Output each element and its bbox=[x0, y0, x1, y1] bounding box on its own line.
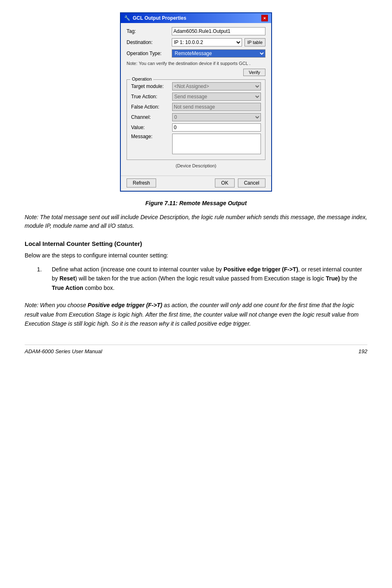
section-heading: Local Internal Counter Setting (Counter) bbox=[25, 240, 367, 247]
note-section: Note: You can verify the destination dev… bbox=[127, 60, 265, 66]
note-italic-paragraph: Note: When you choose Positive edge trig… bbox=[25, 301, 367, 328]
target-module-select[interactable]: <Not Assigned> bbox=[172, 82, 261, 90]
tag-row: Tag: bbox=[127, 27, 265, 35]
true-action-select[interactable]: Send message bbox=[172, 93, 261, 101]
dialog-icon: 🔧 bbox=[124, 15, 130, 21]
value-input[interactable] bbox=[172, 123, 261, 132]
list-item: 1. Define what action (increase one coun… bbox=[37, 265, 367, 292]
page-footer: ADAM-6000 Series User Manual 192 bbox=[25, 345, 367, 354]
ip-table-button[interactable]: IP table bbox=[244, 38, 265, 46]
false-action-label: False Action: bbox=[131, 104, 172, 110]
operation-type-select[interactable]: RemoteMessage bbox=[172, 49, 265, 58]
operation-type-row: Operation Type: RemoteMessage bbox=[127, 49, 265, 58]
bold-pet: Positive edge trigger (F->T) bbox=[88, 302, 162, 308]
note-label: Note: bbox=[127, 61, 137, 66]
gcl-output-dialog: 🔧 GCL Output Properties × Tag: Destinati… bbox=[120, 12, 272, 192]
value-row: Value: bbox=[131, 123, 261, 132]
destination-select[interactable]: IP 1: 10.0.0.2 bbox=[172, 38, 242, 46]
bold-text-1: Positive edge trigger (F->T) bbox=[224, 266, 298, 273]
target-module-row: Target module: <Not Assigned> bbox=[131, 82, 261, 90]
tag-input[interactable] bbox=[172, 27, 265, 35]
message-row: Message: bbox=[131, 134, 261, 154]
operation-type-label: Operation Type: bbox=[127, 51, 172, 56]
value-label: Value: bbox=[131, 125, 172, 130]
ok-button[interactable]: OK bbox=[215, 178, 234, 188]
list-item-text: Define what action (increase one count t… bbox=[52, 265, 367, 292]
footer-left: ADAM-6000 Series User Manual bbox=[25, 348, 102, 354]
bold-text-3: True) bbox=[326, 275, 340, 282]
numbered-list: 1. Define what action (increase one coun… bbox=[37, 265, 367, 292]
false-action-row: False Action: bbox=[131, 103, 261, 111]
true-action-row: True Action: Send message bbox=[131, 93, 261, 101]
destination-row: Destination: IP 1: 10.0.0.2 IP table bbox=[127, 38, 265, 46]
footer-right: 192 bbox=[358, 348, 367, 354]
dialog-footer: Refresh OK Cancel bbox=[121, 176, 271, 191]
list-item-number: 1. bbox=[37, 265, 45, 292]
refresh-button[interactable]: Refresh bbox=[127, 178, 156, 188]
message-textarea[interactable] bbox=[172, 134, 261, 154]
target-module-label: Target module: bbox=[131, 83, 172, 89]
dialog-titlebar: 🔧 GCL Output Properties × bbox=[121, 13, 271, 23]
channel-label: Channel: bbox=[131, 114, 172, 120]
dialog-title: GCL Output Properties bbox=[133, 15, 186, 21]
channel-row: Channel: 0 bbox=[131, 113, 261, 121]
note-italic-text: Note: When you choose Positive edge trig… bbox=[25, 302, 359, 327]
verify-button[interactable]: Verify bbox=[243, 69, 265, 76]
false-action-input bbox=[172, 103, 261, 111]
note-text: You can verify the destination device if… bbox=[139, 61, 251, 66]
destination-label: Destination: bbox=[127, 39, 172, 45]
cancel-button[interactable]: Cancel bbox=[238, 178, 265, 188]
device-description: (Device Description) bbox=[127, 163, 265, 168]
body-note: Note: The total message sent out will in… bbox=[25, 213, 367, 230]
verify-row: Verify bbox=[127, 69, 265, 76]
dialog-container: 🔧 GCL Output Properties × Tag: Destinati… bbox=[25, 12, 367, 192]
section-intro: Below are the steps to configure interna… bbox=[25, 251, 367, 260]
dialog-body: Tag: Destination: IP 1: 10.0.0.2 IP tabl… bbox=[121, 23, 271, 176]
operation-group-label: Operation bbox=[130, 76, 153, 81]
bold-text-2: Reset bbox=[60, 275, 75, 282]
true-action-label: True Action: bbox=[131, 94, 172, 100]
tag-label: Tag: bbox=[127, 28, 172, 34]
close-button[interactable]: × bbox=[261, 15, 268, 21]
bold-text-4: True Action bbox=[52, 285, 83, 291]
channel-select[interactable]: 0 bbox=[172, 113, 261, 121]
figure-caption: Figure 7.11: Remote Message Output bbox=[25, 200, 367, 206]
message-label: Message: bbox=[131, 134, 172, 139]
operation-group: Operation Target module: <Not Assigned> … bbox=[127, 79, 265, 160]
